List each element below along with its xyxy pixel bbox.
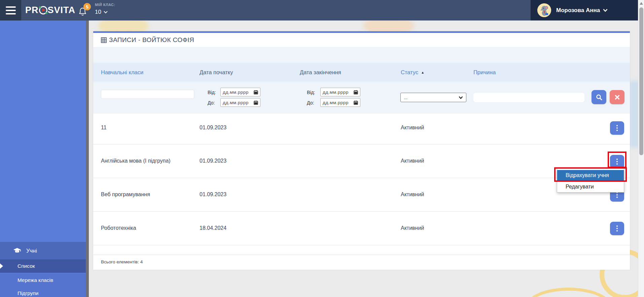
total-elements-label: Всього елементів: 4 bbox=[101, 259, 143, 264]
cell-start-date: 18.04.2024 bbox=[200, 225, 226, 231]
reason-filter-input[interactable] bbox=[473, 93, 584, 102]
sidebar-item-students[interactable]: Учні bbox=[0, 242, 86, 259]
bg-decoration-curve bbox=[525, 288, 612, 297]
menu-item-edit[interactable]: Редагувати bbox=[557, 181, 624, 192]
avatar bbox=[537, 3, 551, 17]
column-header-classes[interactable]: Навчальні класи bbox=[101, 63, 143, 82]
column-header-status[interactable]: Статус ▲ bbox=[401, 63, 424, 82]
start-date-from-label: Від: bbox=[208, 90, 216, 95]
clear-filters-button[interactable] bbox=[610, 90, 624, 104]
row-divider bbox=[93, 178, 630, 178]
calendar-picker-icon[interactable] bbox=[354, 90, 358, 94]
class-filter-input[interactable] bbox=[101, 90, 194, 99]
date-placeholder: дд.мм.рррр bbox=[323, 90, 354, 95]
user-menu[interactable]: Морозова Анна bbox=[531, 0, 638, 20]
cell-start-date: 01.09.2023 bbox=[200, 125, 226, 131]
row-actions-button[interactable] bbox=[610, 222, 624, 235]
sidebar-shadow bbox=[86, 20, 89, 297]
user-name: Морозова Анна bbox=[556, 7, 600, 14]
row-divider bbox=[93, 245, 630, 245]
table-grid-icon bbox=[101, 37, 107, 44]
calendar-picker-icon[interactable] bbox=[254, 90, 258, 94]
cell-class: 11 bbox=[101, 125, 107, 131]
close-icon bbox=[615, 95, 620, 100]
my-class-dropdown[interactable]: МІЙ КЛАС: 10 bbox=[95, 3, 115, 15]
search-icon bbox=[596, 94, 602, 100]
notification-count-badge: 5 bbox=[83, 3, 91, 10]
card-spacer bbox=[93, 47, 630, 63]
page-title: ЗАПИСИ - ВОЙТЮК СОФІЯ bbox=[109, 36, 194, 44]
sidebar-subitem-label: Список bbox=[17, 263, 35, 269]
page-scrollbar[interactable] bbox=[638, 0, 644, 297]
row-actions-button[interactable] bbox=[610, 121, 624, 135]
sort-ascending-icon: ▲ bbox=[421, 71, 424, 74]
date-placeholder: дд.мм.рррр bbox=[223, 100, 254, 105]
sidebar-subitem-label: Підгрупи bbox=[17, 290, 39, 296]
start-date-from-input[interactable]: дд.мм.рррр bbox=[220, 88, 260, 96]
cell-class: Англійська мова (І підгрупа) bbox=[101, 158, 171, 164]
my-class-value: 10 bbox=[95, 9, 101, 15]
records-card: ЗАПИСИ - ВОЙТЮК СОФІЯ Навчальні класи Да… bbox=[93, 31, 630, 270]
date-placeholder: дд.мм.рррр bbox=[323, 100, 354, 105]
chevron-down-icon bbox=[459, 96, 463, 99]
row-divider bbox=[93, 144, 630, 144]
play-logo-icon bbox=[39, 6, 47, 14]
cell-status: Активний bbox=[401, 125, 424, 131]
cell-start-date: 01.09.2023 bbox=[200, 192, 226, 198]
scrollbar-thumb[interactable] bbox=[639, 7, 643, 155]
chevron-down-icon bbox=[603, 9, 608, 12]
start-date-to-label: До: bbox=[208, 100, 215, 105]
column-header-start-date[interactable]: Дата початку bbox=[200, 63, 233, 82]
calendar-picker-icon[interactable] bbox=[354, 100, 358, 105]
end-date-from-label: Від: bbox=[307, 90, 315, 95]
card-title-bar: ЗАПИСИ - ВОЙТЮК СОФІЯ bbox=[93, 33, 630, 47]
active-item-pointer-icon bbox=[0, 263, 3, 269]
sidebar-subitem-label: Мережа класів bbox=[17, 277, 53, 283]
calendar-picker-icon[interactable] bbox=[254, 100, 258, 105]
sidebar-subitem-subgroups[interactable]: Підгрупи bbox=[0, 287, 86, 297]
chevron-down-icon bbox=[104, 11, 108, 13]
logo-text-left: PR bbox=[25, 5, 39, 15]
app-logo: PR SVITA bbox=[25, 0, 75, 20]
column-header-end-date[interactable]: Дата закінчення bbox=[300, 63, 341, 82]
cell-class: Веб програмування bbox=[101, 192, 150, 198]
table-filter-row: Від: дд.мм.рррр До: дд.мм.рррр Від: дд.м… bbox=[93, 82, 630, 114]
column-header-reason[interactable]: Причина bbox=[473, 63, 496, 82]
my-class-label: МІЙ КЛАС: bbox=[95, 3, 115, 7]
table-header-row: Навчальні класи Дата початку Дата закінч… bbox=[93, 63, 630, 82]
scrollbar-up-arrow-icon[interactable] bbox=[640, 2, 643, 5]
row-context-menu: Відрахувати учня Редагувати bbox=[557, 168, 624, 193]
cell-start-date: 01.09.2023 bbox=[200, 158, 226, 164]
status-filter-select[interactable]: ... bbox=[400, 93, 466, 102]
cell-status: Активний bbox=[401, 225, 424, 231]
footer-divider bbox=[93, 255, 630, 255]
status-filter-value: ... bbox=[404, 95, 459, 100]
cell-class: Робототехніка bbox=[101, 225, 136, 231]
table-body: 11 01.09.2023 Активний Англійська мова (… bbox=[93, 114, 630, 255]
search-button[interactable] bbox=[592, 90, 606, 104]
topbar: PR SVITA 5 МІЙ КЛАС: 10 bbox=[0, 0, 644, 20]
start-date-to-input[interactable]: дд.мм.рррр bbox=[220, 98, 260, 107]
end-date-to-input[interactable]: дд.мм.рррр bbox=[320, 98, 360, 107]
end-date-to-label: До: bbox=[307, 100, 314, 105]
sidebar-subitem-list[interactable]: Список bbox=[0, 259, 86, 273]
logo-text-right: SVITA bbox=[48, 5, 76, 15]
menu-item-expel-student[interactable]: Відрахувати учня bbox=[557, 170, 624, 181]
cell-status: Активний bbox=[401, 158, 424, 164]
sidebar-subitem-class-network[interactable]: Мережа класів bbox=[0, 273, 86, 287]
end-date-from-input[interactable]: дд.мм.рррр bbox=[320, 88, 360, 96]
graduation-cap-icon bbox=[13, 246, 22, 255]
sidebar-item-label: Учні bbox=[26, 247, 37, 254]
date-placeholder: дд.мм.рррр bbox=[223, 90, 254, 95]
notification-count: 5 bbox=[86, 4, 88, 9]
hamburger-menu-button[interactable] bbox=[0, 0, 21, 20]
row-divider bbox=[93, 211, 630, 212]
row-actions-button-active[interactable] bbox=[610, 155, 624, 168]
app: PR SVITA 5 МІЙ КЛАС: 10 bbox=[0, 0, 644, 297]
cell-status: Активний bbox=[401, 192, 424, 198]
column-header-status-label: Статус bbox=[401, 69, 418, 76]
